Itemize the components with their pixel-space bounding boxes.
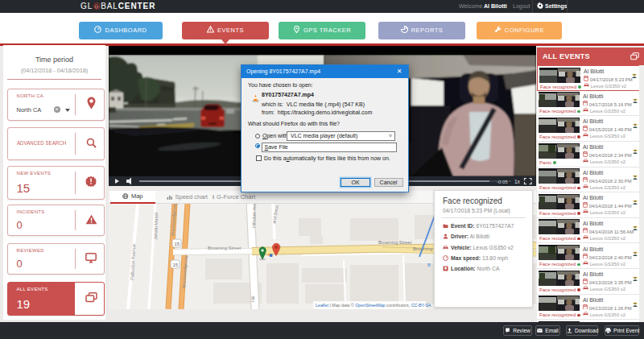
svg-text:1x: 1x xyxy=(514,179,521,184)
svg-text:-0:05: -0:05 xyxy=(497,180,508,184)
svg-text:Janaki Marsh: Janaki Marsh xyxy=(153,212,159,240)
svg-text:Leaflet | Map data © OpenStree: Leaflet | Map data © OpenStreetMap contr… xyxy=(316,303,431,308)
svg-text:Hillsdale Ave: Hillsdale Ave xyxy=(251,204,257,228)
svg-text:B: B xyxy=(427,263,431,267)
svg-text:Hill: Hill xyxy=(250,296,255,302)
svg-text:Browning Street: Browning Street xyxy=(208,246,242,250)
svg-text:15: 15 xyxy=(173,263,179,267)
svg-text:15: 15 xyxy=(175,242,180,246)
svg-text:Browning Street: Browning Street xyxy=(378,240,412,245)
